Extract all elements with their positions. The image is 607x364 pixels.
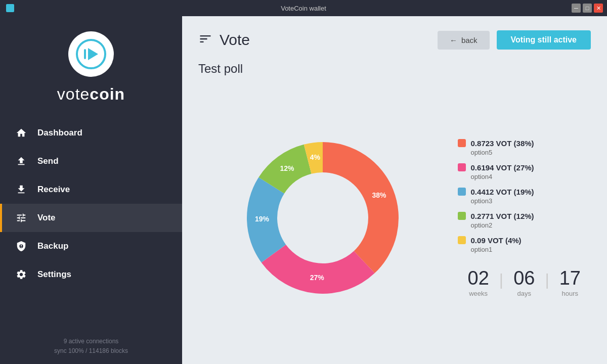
sidebar-label-vote: Vote: [37, 213, 56, 223]
sidebar-label-settings: Settings: [37, 269, 71, 280]
legend-option-label: option2: [458, 221, 589, 229]
sidebar-item-backup[interactable]: Backup: [0, 232, 182, 260]
legend-color: [458, 163, 466, 171]
legend-option-label: option3: [458, 197, 589, 205]
back-arrow-icon: ←: [450, 36, 457, 44]
legend-color: [458, 212, 466, 220]
download-icon: [15, 184, 27, 196]
back-button[interactable]: ← back: [438, 31, 490, 50]
legend-value: 0.2771 VOT (12%): [471, 212, 534, 220]
hours-value: 17: [559, 268, 581, 288]
svg-text:38%: 38%: [372, 191, 387, 199]
shield-icon: [15, 240, 27, 252]
poll-body: 38%27%19%12%4% 0.8723 VOT (38%) option5 …: [198, 86, 591, 350]
chart-segment-option5: [323, 142, 399, 273]
weeks-label: weeks: [468, 290, 489, 297]
main-content: Vote ← back Voting still active Test pol…: [182, 16, 607, 364]
page-title-group: Vote: [198, 31, 250, 49]
legend-value: 0.09 VOT (4%): [471, 236, 522, 245]
legend-header: 0.6194 VOT (27%): [458, 163, 589, 172]
minimize-button[interactable]: ─: [572, 4, 581, 13]
hours-label: hours: [559, 290, 581, 297]
nav-list: Dashboard Send Receive Vote: [0, 119, 182, 289]
legend: 0.8723 VOT (38%) option5 0.6194 VOT (27%…: [458, 139, 589, 253]
sidebar-item-send[interactable]: Send: [0, 147, 182, 175]
legend-item-option2: 0.2771 VOT (12%) option2: [458, 212, 589, 229]
sync-status: sync 100% / 114186 blocks: [54, 346, 128, 356]
sidebar-item-dashboard[interactable]: Dashboard: [0, 119, 182, 147]
filter-icon: [198, 32, 212, 48]
home-icon: [15, 127, 27, 139]
chart-container: 38%27%19%12%4%: [198, 132, 448, 304]
legend-value: 0.8723 VOT (38%): [471, 139, 534, 148]
legend-color: [458, 139, 466, 147]
sidebar: votecoin Dashboard Send Receive: [0, 16, 182, 364]
timer-sep-2: |: [545, 270, 549, 289]
svg-rect-0: [6, 4, 14, 12]
legend-item-option3: 0.4412 VOT (19%) option3: [458, 188, 589, 205]
app-container: votecoin Dashboard Send Receive: [0, 16, 607, 364]
sidebar-item-receive[interactable]: Receive: [0, 175, 182, 204]
svg-text:27%: 27%: [310, 274, 325, 282]
header-actions: ← back Voting still active: [438, 30, 591, 50]
legend-header: 0.8723 VOT (38%): [458, 139, 589, 148]
page-title: Vote: [220, 31, 250, 49]
sidebar-label-backup: Backup: [37, 241, 68, 251]
legend-option-label: option1: [458, 246, 589, 253]
legend-option-label: option5: [458, 149, 589, 156]
timer-weeks: 02 weeks: [458, 268, 499, 297]
gear-icon: [15, 268, 27, 281]
timer-hours: 17 hours: [549, 268, 591, 297]
legend-item-option5: 0.8723 VOT (38%) option5: [458, 139, 589, 156]
legend-value: 0.4412 VOT (19%): [471, 188, 534, 196]
weeks-value: 02: [468, 268, 489, 288]
window-controls: ─ □ ✕: [572, 4, 603, 13]
legend-header: 0.4412 VOT (19%): [458, 188, 589, 196]
donut-chart: 38%27%19%12%4%: [237, 132, 409, 304]
logo: [68, 31, 114, 77]
days-value: 06: [513, 268, 535, 288]
legend-header: 0.2771 VOT (12%): [458, 212, 589, 220]
sidebar-footer: 9 active connections sync 100% / 114186 …: [46, 329, 136, 364]
svg-point-6: [21, 247, 22, 248]
titlebar: VoteCoin wallet ─ □ ✕: [0, 0, 607, 16]
svg-text:4%: 4%: [310, 153, 321, 161]
close-button[interactable]: ✕: [594, 4, 603, 13]
poll-title: Test poll: [198, 62, 591, 76]
sidebar-label-send: Send: [37, 156, 59, 166]
legend-color: [458, 236, 466, 244]
voting-active-button[interactable]: Voting still active: [497, 30, 591, 50]
maximize-button[interactable]: □: [583, 4, 592, 13]
legend-item-option1: 0.09 VOT (4%) option1: [458, 236, 589, 253]
countdown-timer: 02 weeks | 06 days | 17 hours: [458, 268, 591, 297]
sidebar-item-vote[interactable]: Vote: [0, 204, 182, 232]
legend-option-label: option4: [458, 173, 589, 180]
sidebar-label-dashboard: Dashboard: [37, 128, 82, 138]
timer-days: 06 days: [503, 268, 545, 297]
legend-header: 0.09 VOT (4%): [458, 236, 589, 245]
days-label: days: [513, 290, 535, 297]
legend-value: 0.6194 VOT (27%): [471, 163, 534, 172]
right-panel: 0.8723 VOT (38%) option5 0.6194 VOT (27%…: [458, 139, 591, 297]
upload-icon: [15, 155, 27, 167]
svg-text:19%: 19%: [255, 215, 270, 223]
svg-marker-2: [88, 48, 98, 60]
sidebar-label-receive: Receive: [37, 185, 70, 195]
back-label: back: [461, 36, 478, 44]
main-header: Vote ← back Voting still active: [198, 30, 591, 50]
legend-color: [458, 188, 466, 196]
sidebar-item-settings[interactable]: Settings: [0, 260, 182, 289]
svg-text:12%: 12%: [280, 164, 295, 172]
timer-sep-1: |: [499, 270, 503, 289]
brand-name: votecoin: [57, 85, 125, 104]
connections-status: 9 active connections: [54, 337, 128, 346]
sliders-icon: [15, 212, 27, 224]
window-title: VoteCoin wallet: [281, 5, 326, 12]
legend-item-option4: 0.6194 VOT (27%) option4: [458, 163, 589, 180]
